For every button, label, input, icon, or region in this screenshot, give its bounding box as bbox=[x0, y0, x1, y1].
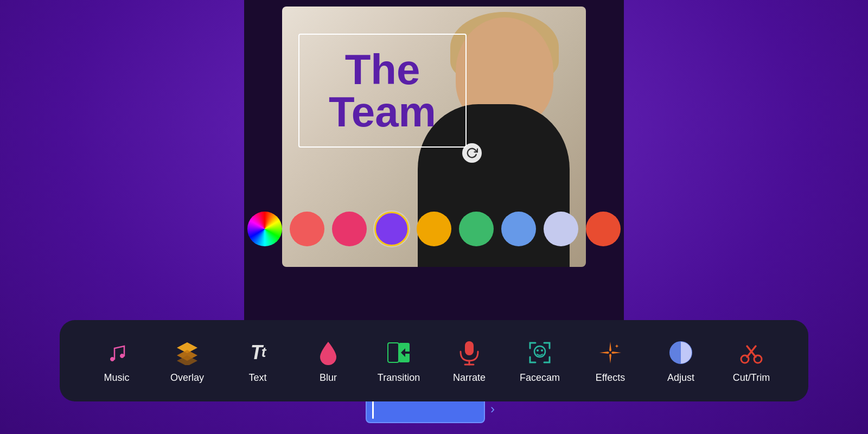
toolbar: Music Overlay Tt Text Blur bbox=[60, 320, 808, 401]
tool-transition[interactable]: Transition bbox=[363, 339, 434, 384]
color-swatch-red-orange[interactable] bbox=[586, 212, 621, 246]
blur-label: Blur bbox=[320, 372, 337, 384]
narrate-label: Narrate bbox=[453, 372, 486, 384]
color-swatch-coral[interactable] bbox=[290, 212, 324, 246]
color-swatch-pink[interactable] bbox=[332, 212, 367, 246]
color-swatch-blue[interactable] bbox=[501, 212, 536, 246]
text-label: Text bbox=[248, 372, 266, 384]
transition-label: Transition bbox=[378, 372, 420, 384]
svg-rect-3 bbox=[388, 343, 399, 362]
color-swatch-rainbow[interactable] bbox=[247, 212, 282, 246]
tool-text[interactable]: Tt Text bbox=[222, 339, 293, 384]
music-icon bbox=[103, 339, 131, 367]
tool-narrate[interactable]: Narrate bbox=[434, 339, 505, 384]
tool-effects[interactable]: Effects bbox=[575, 339, 646, 384]
color-swatch-green[interactable] bbox=[459, 212, 494, 246]
effects-icon bbox=[596, 339, 624, 367]
adjust-label: Adjust bbox=[667, 372, 694, 384]
overlay-text: The Team bbox=[329, 48, 436, 133]
blur-icon bbox=[314, 339, 342, 367]
color-swatch-lavender[interactable] bbox=[544, 212, 578, 246]
color-swatch-purple[interactable] bbox=[374, 212, 409, 246]
cuttrim-icon bbox=[737, 339, 765, 367]
text-overlay-box[interactable]: The Team bbox=[298, 34, 467, 148]
tool-blur[interactable]: Blur bbox=[293, 339, 363, 384]
timeline-cursor bbox=[372, 399, 374, 419]
tool-cuttrim[interactable]: Cut/Trim bbox=[716, 339, 787, 384]
adjust-icon bbox=[667, 339, 695, 367]
transition-icon bbox=[385, 339, 413, 367]
tool-music[interactable]: Music bbox=[81, 339, 152, 384]
tool-overlay[interactable]: Overlay bbox=[152, 339, 222, 384]
cuttrim-label: Cut/Trim bbox=[733, 372, 770, 384]
color-palette bbox=[247, 212, 621, 246]
overlay-label: Overlay bbox=[170, 372, 204, 384]
tool-adjust[interactable]: Adjust bbox=[646, 339, 716, 384]
svg-point-9 bbox=[537, 349, 539, 352]
rotate-handle[interactable] bbox=[462, 143, 482, 163]
svg-point-10 bbox=[541, 349, 543, 352]
facecam-label: Facecam bbox=[520, 372, 560, 384]
overlay-icon bbox=[173, 339, 201, 367]
text-icon: Tt bbox=[244, 339, 272, 367]
svg-rect-5 bbox=[465, 341, 474, 355]
tool-facecam[interactable]: Facecam bbox=[505, 339, 575, 384]
rotate-circle-icon[interactable] bbox=[462, 143, 482, 163]
narrate-icon bbox=[455, 339, 483, 367]
facecam-icon bbox=[526, 339, 554, 367]
effects-label: Effects bbox=[596, 372, 626, 384]
music-label: Music bbox=[104, 372, 129, 384]
color-swatch-gold[interactable] bbox=[417, 212, 451, 246]
